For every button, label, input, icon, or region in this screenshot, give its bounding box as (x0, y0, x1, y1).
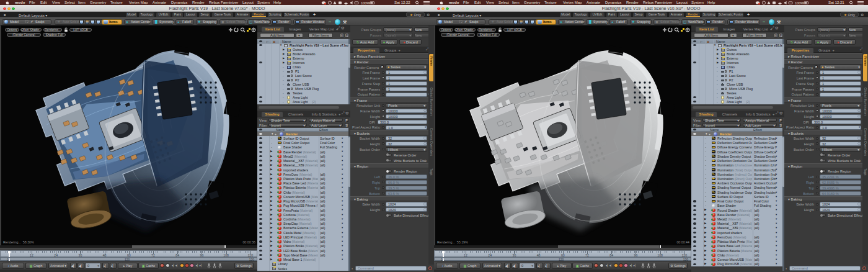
svg-text:100%: 100% (795, 1, 804, 4)
svg-text:100%: 100% (361, 1, 370, 4)
